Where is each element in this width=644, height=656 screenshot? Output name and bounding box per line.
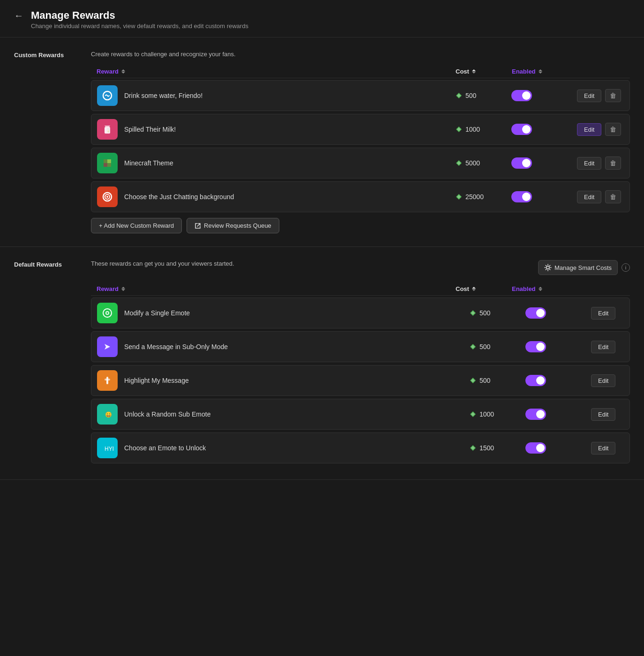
svg-point-18 (547, 266, 549, 269)
reward-actions-modify-emote: Edit (591, 307, 624, 320)
reward-toggle-just-chatting[interactable]: ✓ (511, 191, 577, 202)
reward-actions-minecraft: Edit 🗑 (577, 157, 624, 170)
default-col-enabled[interactable]: Enabled (512, 285, 577, 292)
reward-icon-highlight (97, 370, 118, 391)
default-cost-sort-icon[interactable] (472, 287, 476, 291)
edit-button-drink-water[interactable]: Edit (577, 89, 601, 102)
default-rewards-table-header: Reward Cost Enabled (91, 283, 630, 296)
toggle-drink-water[interactable]: ✓ (511, 90, 532, 101)
custom-col-reward[interactable]: Reward (97, 68, 456, 75)
svg-rect-10 (107, 163, 111, 167)
default-col-cost[interactable]: Cost (456, 285, 512, 292)
add-custom-reward-button[interactable]: + Add New Custom Reward (91, 218, 182, 233)
custom-rewards-actions: + Add New Custom Reward Review Requests … (91, 218, 630, 233)
reward-cost-random-emote: 1000 (469, 410, 525, 418)
toggle-just-chatting[interactable]: ✓ (511, 191, 532, 202)
delete-button-minecraft[interactable]: 🗑 (605, 157, 621, 170)
external-link-icon (195, 223, 201, 229)
delete-button-just-chatting[interactable]: 🗑 (605, 190, 621, 203)
toggle-spilled-milk[interactable]: ✓ (511, 124, 532, 135)
custom-rewards-table-header: Reward Cost Enabled (91, 65, 630, 78)
reward-cost-spilled-milk: 1000 (455, 126, 511, 133)
smart-costs-area: Manage Smart Costs i (538, 260, 630, 275)
custom-rewards-description: Create rewards to challenge and recogniz… (91, 51, 630, 58)
toggle-choose-emote[interactable]: ✓ (525, 442, 546, 454)
toggle-random-emote[interactable]: ✓ (525, 409, 546, 420)
toggle-minecraft[interactable]: ✓ (511, 157, 532, 169)
reward-toggle-random-emote[interactable]: ✓ (525, 409, 591, 420)
reward-toggle-sub-only[interactable]: ✓ (525, 341, 591, 352)
default-reward-row-highlight: Highlight My Message 500 ✓ Edit (91, 365, 630, 396)
svg-text:🥛: 🥛 (106, 128, 111, 133)
reward-toggle-drink-water[interactable]: ✓ (511, 90, 577, 101)
reward-toggle-minecraft[interactable]: ✓ (511, 157, 577, 169)
default-rewards-description: These rewards can get you and your viewe… (91, 260, 234, 267)
reward-cost-drink-water: 500 (455, 92, 511, 99)
custom-col-enabled[interactable]: Enabled (512, 68, 577, 75)
reward-toggle-choose-emote[interactable]: ✓ (525, 442, 591, 454)
reward-name-sub-only: Send a Message in Sub-Only Mode (124, 343, 469, 350)
delete-button-drink-water[interactable]: 🗑 (605, 89, 621, 102)
page-title: Manage Rewards (31, 9, 248, 22)
edit-button-just-chatting[interactable]: Edit (577, 191, 601, 203)
reward-icon-modify-emote (97, 303, 118, 323)
reward-icon-sub-only (97, 336, 118, 357)
custom-rewards-label: Custom Rewards (14, 51, 80, 233)
default-rewards-section: Default Rewards These rewards can get yo… (0, 247, 644, 480)
edit-button-sub-only[interactable]: Edit (591, 341, 615, 353)
reward-actions-drink-water: Edit 🗑 (577, 89, 624, 102)
edit-button-modify-emote[interactable]: Edit (591, 307, 615, 320)
custom-reward-row-spilled-milk: 🥛 Spilled Their Milk! 1000 ✓ Edit 🗑 (91, 114, 630, 145)
custom-col-cost[interactable]: Cost (456, 68, 512, 75)
delete-button-spilled-milk[interactable]: 🗑 (605, 123, 621, 136)
reward-toggle-highlight[interactable]: ✓ (525, 375, 591, 386)
reward-cost-choose-emote: 1500 (469, 444, 525, 452)
edit-button-minecraft[interactable]: Edit (577, 157, 601, 170)
default-col-reward[interactable]: Reward (97, 285, 456, 292)
toggle-sub-only[interactable]: ✓ (525, 341, 546, 352)
reward-name-random-emote: Unlock a Random Sub Emote (124, 410, 469, 418)
reward-name-modify-emote: Modify a Single Emote (124, 309, 469, 317)
reward-name-spilled-milk: Spilled Their Milk! (124, 126, 455, 133)
toggle-highlight[interactable]: ✓ (525, 375, 546, 386)
reward-toggle-modify-emote[interactable]: ✓ (525, 307, 591, 319)
reward-toggle-spilled-milk[interactable]: ✓ (511, 124, 577, 135)
toggle-modify-emote[interactable]: ✓ (525, 307, 546, 319)
svg-rect-7 (104, 159, 107, 163)
reward-name-highlight: Highlight My Message (124, 377, 469, 384)
default-reward-row-modify-emote: Modify a Single Emote 500 ✓ Edit (91, 298, 630, 328)
default-header-row: These rewards can get you and your viewe… (91, 260, 630, 275)
svg-rect-9 (104, 163, 107, 167)
edit-button-spilled-milk[interactable]: Edit (577, 123, 601, 136)
svg-point-15 (106, 196, 108, 198)
default-rewards-label: Default Rewards (14, 260, 80, 466)
custom-reward-row-minecraft: Minecraft Theme 5000 ✓ Edit 🗑 (91, 148, 630, 179)
edit-button-highlight[interactable]: Edit (591, 374, 615, 387)
edit-button-choose-emote[interactable]: Edit (591, 442, 615, 455)
reward-cost-minecraft: 5000 (455, 159, 511, 167)
default-reward-sort-icon[interactable] (121, 287, 125, 291)
reward-cost-sub-only: 500 (469, 343, 525, 350)
review-requests-queue-button[interactable]: Review Requests Queue (187, 218, 279, 233)
reward-actions-sub-only: Edit (591, 341, 624, 353)
reward-icon-drink-water (97, 85, 118, 106)
back-button[interactable]: ← (14, 10, 23, 21)
svg-text:HYPE: HYPE (105, 446, 113, 452)
svg-rect-27 (105, 379, 110, 380)
enabled-sort-icon[interactable] (539, 69, 542, 74)
reward-cost-just-chatting: 25000 (455, 193, 511, 201)
svg-point-21 (106, 312, 108, 314)
cost-sort-icon[interactable] (472, 69, 476, 74)
manage-smart-costs-button[interactable]: Manage Smart Costs (538, 260, 618, 275)
reward-actions-highlight: Edit (591, 374, 624, 387)
edit-button-random-emote[interactable]: Edit (591, 408, 615, 421)
reward-name-just-chatting: Choose the Just Chatting background (124, 193, 455, 201)
reward-name-minecraft: Minecraft Theme (124, 159, 455, 167)
header-text: Manage Rewards Change individual reward … (31, 9, 248, 30)
reward-icon-minecraft (97, 153, 118, 173)
reward-actions-just-chatting: Edit 🗑 (577, 190, 624, 203)
default-rewards-content: These rewards can get you and your viewe… (91, 260, 630, 466)
default-enabled-sort-icon[interactable] (539, 287, 542, 291)
info-icon[interactable]: i (622, 263, 630, 272)
reward-sort-icon[interactable] (121, 69, 125, 74)
